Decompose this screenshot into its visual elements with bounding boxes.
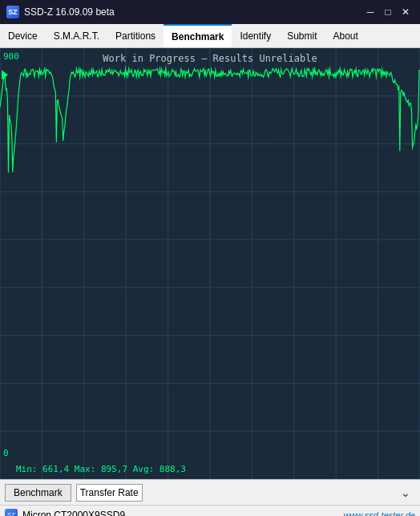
- menu-submit[interactable]: Submit: [279, 24, 325, 47]
- bottom-controls: Benchmark Transfer Rate IOPS Access Time: [0, 479, 420, 505]
- benchmark-chart: [0, 48, 420, 479]
- y-axis-max-label: 900: [3, 51, 19, 62]
- chart-area: 900 Work in Progress – Results Unreliabl…: [0, 48, 420, 479]
- chart-title: Work in Progress – Results Unreliable: [103, 53, 317, 64]
- maximize-button[interactable]: □: [380, 4, 396, 20]
- benchmark-button[interactable]: Benchmark: [5, 484, 71, 502]
- menu-benchmark[interactable]: Benchmark: [164, 24, 232, 47]
- device-name: Micron CT2000X9SSD9: [22, 510, 339, 517]
- status-bar: SZ Micron CT2000X9SSD9 www.ssd-tester.de: [0, 505, 420, 516]
- menu-smart[interactable]: S.M.A.R.T.: [46, 24, 107, 47]
- menu-device[interactable]: Device: [0, 24, 46, 47]
- transfer-rate-dropdown-wrapper: Transfer Rate IOPS Access Time: [76, 484, 415, 502]
- y-axis-min-label: 0: [3, 448, 9, 458]
- status-icon: SZ: [5, 509, 18, 517]
- website-label: www.ssd-tester.de: [344, 510, 415, 517]
- window-controls: ─ □ ✕: [362, 4, 414, 20]
- close-button[interactable]: ✕: [398, 4, 414, 20]
- title-bar-text: SSD-Z 16.09.09 beta: [24, 6, 362, 18]
- chart-stats: Min: 661,4 Max: 895,7 Avg: 888,3: [16, 464, 186, 474]
- minimize-button[interactable]: ─: [362, 4, 378, 20]
- title-bar: SZ SSD-Z 16.09.09 beta ─ □ ✕: [0, 0, 420, 24]
- menu-bar: Device S.M.A.R.T. Partitions Benchmark I…: [0, 24, 420, 48]
- transfer-rate-dropdown[interactable]: Transfer Rate IOPS Access Time: [76, 484, 143, 502]
- menu-partitions[interactable]: Partitions: [107, 24, 164, 47]
- menu-about[interactable]: About: [325, 24, 366, 47]
- app-icon: SZ: [6, 6, 19, 18]
- menu-identify[interactable]: Identify: [232, 24, 279, 47]
